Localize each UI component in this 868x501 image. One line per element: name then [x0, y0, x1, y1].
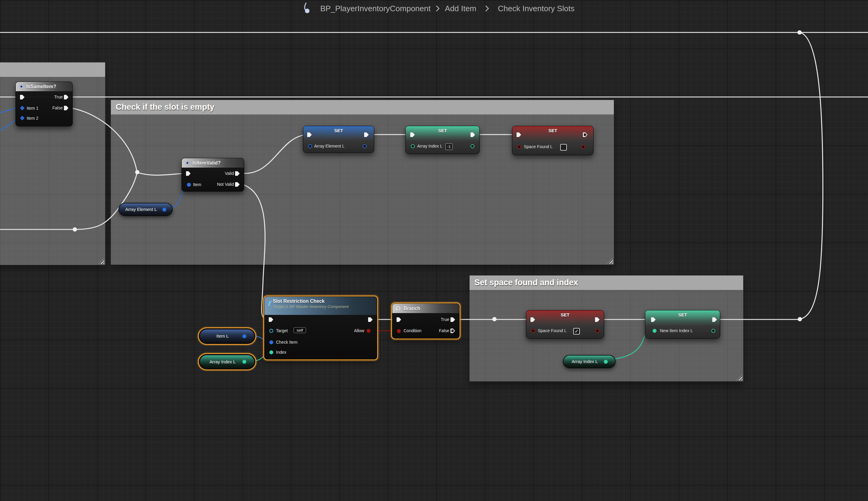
node-set-array-index[interactable]: SET Array Index L -1	[405, 126, 480, 154]
value-out-pin[interactable]	[712, 329, 715, 333]
value-out-pin[interactable]	[595, 329, 599, 333]
node-subtitle: Target is BP Master Inventory Component	[273, 304, 348, 309]
chevron-right-icon	[485, 5, 489, 12]
variable-label: Item L	[216, 334, 238, 339]
wire-layer	[0, 0, 868, 501]
pill-item-l[interactable]: Item L	[199, 329, 255, 343]
node-title: SET	[512, 128, 593, 133]
value-in-pin[interactable]	[531, 329, 535, 333]
variable-label: Array Element L	[126, 207, 166, 212]
value-in-pin[interactable]	[308, 144, 312, 148]
exec-wire[interactable]	[72, 108, 137, 172]
reroute-node[interactable]	[135, 170, 139, 174]
item1-pin[interactable]	[20, 106, 25, 111]
node-slot-restriction-check[interactable]: f Slot Restriction Check Target is BP Ma…	[264, 296, 377, 360]
node-is-item-valid[interactable]: IsItemValid? Valid Item Not Valid	[182, 158, 244, 192]
pin-label: False	[52, 106, 63, 110]
value-out-pin[interactable]	[582, 145, 585, 149]
pin-label: Condition	[403, 328, 421, 333]
exec-wire[interactable]	[75, 173, 137, 230]
exec-wire[interactable]	[800, 32, 823, 319]
object-wires	[0, 108, 271, 342]
node-set-space-found[interactable]: SET Space Found L	[512, 126, 594, 155]
branch-icon	[395, 306, 401, 311]
exec-true-pin[interactable]	[64, 95, 68, 99]
item2-pin[interactable]	[20, 116, 25, 121]
output-pin[interactable]	[242, 360, 246, 364]
exec-in-pin[interactable]	[269, 317, 273, 322]
index-pin[interactable]	[269, 350, 273, 354]
value-out-pin[interactable]	[363, 144, 367, 148]
pill-array-index-l[interactable]: Array Index L	[199, 355, 255, 369]
node-is-same-item[interactable]: IsSameItem? True Item 1 False Item 2	[15, 82, 73, 126]
reroute-node[interactable]	[798, 317, 802, 321]
node-set-space-found-2[interactable]: SET Space Found L ✓	[526, 310, 604, 339]
node-set-new-item-index[interactable]: SET New Item Index L	[645, 310, 720, 339]
pin-label: Item 2	[27, 116, 39, 121]
output-pin[interactable]	[604, 360, 608, 364]
pin-label: True	[54, 95, 63, 99]
target-pin[interactable]	[269, 329, 273, 333]
pin-label: Item 1	[27, 106, 39, 111]
value-out-pin[interactable]	[470, 144, 475, 148]
node-title: SET	[526, 312, 604, 317]
output-pin[interactable]	[162, 207, 166, 212]
node-title: SET	[406, 128, 479, 133]
exec-in-pin[interactable]	[397, 317, 401, 322]
variable-label: Array Index L	[209, 360, 245, 364]
blueprint-graph-canvas[interactable]: Check if the slot is empty Set space fou…	[0, 0, 868, 501]
node-title: Branch	[403, 306, 420, 311]
variable-label: Space Found L	[524, 144, 553, 149]
exec-out-pin[interactable]	[368, 317, 373, 322]
pill-array-index-l-2[interactable]: Array Index L	[563, 355, 616, 368]
pin-label: Item	[193, 182, 201, 187]
condition-pin[interactable]	[397, 329, 401, 333]
node-branch[interactable]: Branch True Condition False	[392, 303, 459, 339]
exec-false-pin[interactable]	[64, 106, 68, 110]
value-in-pin[interactable]	[517, 145, 521, 149]
exec-valid-pin[interactable]	[235, 171, 240, 176]
reroute-node[interactable]	[798, 30, 802, 34]
exec-wires	[0, 32, 868, 319]
exec-in-pin[interactable]	[186, 171, 191, 176]
exec-wire[interactable]	[137, 172, 187, 175]
exec-in-pin[interactable]	[20, 95, 24, 99]
item-pin[interactable]	[187, 183, 191, 187]
pin-label: Valid	[225, 171, 234, 176]
exec-wire[interactable]	[243, 135, 308, 173]
breadcrumb-item-function[interactable]: Add Item	[445, 4, 476, 13]
check-item-pin[interactable]	[269, 340, 273, 344]
output-pin[interactable]	[242, 334, 246, 338]
node-title: SET	[645, 312, 720, 317]
breadcrumb: BP_PlayerInventoryComponent Add Item Che…	[303, 1, 574, 15]
blueprint-pointer-icon	[303, 2, 315, 15]
pin-label: Index	[276, 350, 286, 355]
reroute-node[interactable]	[73, 227, 77, 232]
pin-label: Target	[276, 328, 288, 333]
exec-not-valid-pin[interactable]	[235, 182, 240, 187]
exec-false-pin[interactable]	[451, 329, 455, 333]
node-title: SET	[303, 128, 374, 133]
value-input[interactable]: -1	[445, 143, 453, 150]
value-in-pin[interactable]	[653, 329, 657, 333]
bool-checkbox-checked[interactable]: ✓	[573, 328, 580, 334]
allow-pin[interactable]	[367, 329, 370, 333]
bool-checkbox[interactable]	[560, 144, 567, 151]
breadcrumb-item-graph[interactable]: Check Inventory Slots	[498, 4, 574, 13]
exec-true-pin[interactable]	[451, 317, 455, 322]
pill-array-element-l[interactable]: Array Element L	[118, 203, 173, 216]
pin-label: True	[441, 317, 449, 322]
node-set-array-element[interactable]: SET Array Element L	[303, 126, 374, 153]
variable-label: Array Index L	[572, 359, 607, 364]
function-icon: f	[268, 300, 270, 307]
pin-label: Allow	[354, 328, 364, 333]
variable-label: Array Element L	[314, 144, 345, 149]
node-title: Slot Restriction Check	[273, 299, 348, 304]
breadcrumb-item-blueprint[interactable]: BP_PlayerInventoryComponent	[320, 4, 431, 13]
chevron-right-icon	[436, 5, 440, 12]
reroute-node[interactable]	[492, 317, 497, 321]
value-in-pin[interactable]	[411, 144, 415, 148]
target-self-value[interactable]: self	[294, 327, 306, 333]
gear-icon	[185, 160, 190, 166]
pin-label: Check Item	[276, 340, 297, 344]
